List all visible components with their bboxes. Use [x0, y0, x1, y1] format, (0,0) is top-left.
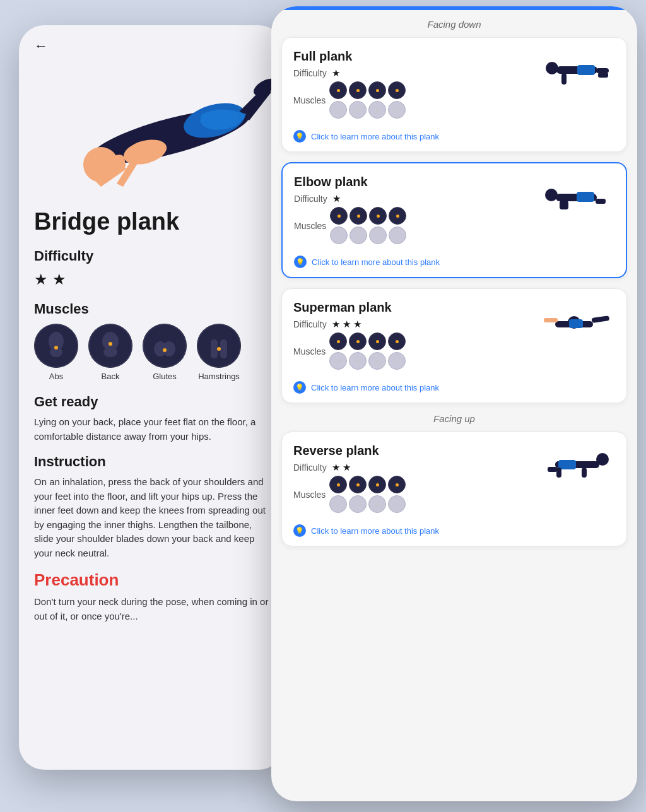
- muscle-back-circle: [88, 324, 132, 368]
- svg-rect-36: [544, 318, 558, 322]
- difficulty-stars: ★ ★: [34, 271, 269, 288]
- right-phone: Facing down Full plank Difficulty ★ Musc…: [271, 6, 637, 801]
- superman-plank-title: Superman plank: [293, 300, 539, 315]
- exercise-title: Bridge plank: [34, 208, 269, 235]
- get-ready-heading: Get ready: [34, 394, 269, 410]
- mini-muscle-2: [349, 81, 367, 99]
- mini-muscle-e8: [389, 227, 406, 244]
- category-facing-down: Facing down: [271, 19, 637, 30]
- elbow-plank-muscles-row: Muscles: [294, 207, 539, 244]
- muscle-abs-circle: [34, 324, 78, 368]
- precaution-heading: Precaution: [34, 570, 269, 590]
- muscle-hamstrings-circle: [197, 324, 241, 368]
- full-plank-learn-more-text[interactable]: Click to learn more about this plank: [311, 132, 439, 141]
- card-left-full-plank: Full plank Difficulty ★ Muscles: [293, 49, 539, 119]
- full-plank-difficulty-label: Difficulty: [293, 68, 327, 78]
- mini-muscle-r2: [349, 476, 367, 493]
- svg-rect-27: [598, 73, 608, 78]
- svg-rect-24: [577, 65, 595, 75]
- elbow-plank-learn-more[interactable]: 💡 Click to learn more about this plank: [294, 250, 614, 268]
- mini-muscle-r5: [329, 495, 347, 513]
- reverse-plank-stars: ★ ★: [332, 462, 351, 473]
- reverse-plank-title: Reverse plank: [293, 444, 539, 458]
- reverse-plank-difficulty-label: Difficulty: [293, 462, 327, 473]
- elbow-plank-learn-more-text[interactable]: Click to learn more about this plank: [312, 257, 440, 267]
- bulb-icon-full-plank: 💡: [293, 130, 306, 143]
- reverse-plank-learn-more-text[interactable]: Click to learn more about this plank: [311, 526, 439, 536]
- mini-muscle-s8: [388, 352, 406, 370]
- elbow-plank-svg: [542, 175, 611, 219]
- muscles-heading: Muscles: [34, 301, 269, 317]
- reverse-plank-learn-more[interactable]: 💡 Click to learn more about this plank: [293, 519, 615, 537]
- svg-rect-31: [560, 201, 568, 209]
- reverse-plank-card[interactable]: Reverse plank Difficulty ★ ★ Muscles: [281, 432, 627, 546]
- elbow-plank-difficulty-row: Difficulty ★: [294, 193, 539, 204]
- svg-rect-40: [558, 460, 576, 469]
- svg-point-12: [103, 347, 117, 357]
- full-plank-card[interactable]: Full plank Difficulty ★ Muscles: [281, 37, 627, 152]
- mini-muscle-e3: [369, 207, 387, 225]
- muscle-glutes-label: Glutes: [153, 372, 177, 381]
- full-plank-learn-more[interactable]: 💡 Click to learn more about this plank: [293, 125, 615, 143]
- svg-rect-32: [596, 199, 606, 204]
- muscle-abs-label: Abs: [49, 372, 63, 381]
- mini-muscle-s7: [368, 352, 386, 370]
- category-facing-up: Facing up: [271, 413, 637, 424]
- reverse-plank-difficulty-row: Difficulty ★ ★: [293, 462, 539, 473]
- muscle-hamstrings: Hamstrings: [197, 324, 241, 381]
- reverse-plank-svg: [543, 444, 612, 488]
- full-plank-stars: ★: [332, 68, 340, 79]
- card-header-elbow-plank: Elbow plank Difficulty ★ Muscles: [294, 175, 614, 244]
- mini-muscle-e4: [389, 207, 406, 225]
- mini-muscle-r4: [388, 476, 406, 493]
- difficulty-heading: Difficulty: [34, 248, 269, 264]
- svg-point-28: [545, 189, 558, 201]
- elbow-plank-title: Elbow plank: [294, 175, 539, 189]
- svg-rect-37: [591, 315, 609, 323]
- card-header-reverse-plank: Reverse plank Difficulty ★ ★ Muscles: [293, 444, 615, 513]
- reverse-plank-figure: [539, 444, 615, 488]
- reverse-plank-muscles-row: Muscles: [293, 476, 539, 513]
- svg-point-13: [109, 342, 112, 346]
- superman-plank-difficulty-row: Difficulty ★ ★ ★: [293, 319, 539, 330]
- card-header-superman-plank: Superman plank Difficulty ★ ★ ★ Muscles: [293, 300, 615, 370]
- mini-muscle-r6: [349, 495, 367, 513]
- bulb-icon-superman-plank: 💡: [293, 381, 306, 394]
- muscles-grid: Abs Back: [34, 324, 269, 381]
- muscle-back-label: Back: [102, 372, 120, 381]
- left-phone: ←: [19, 25, 284, 770]
- full-plank-difficulty-row: Difficulty ★: [293, 68, 539, 79]
- left-phone-content: ←: [19, 25, 284, 770]
- reverse-plank-muscles-icons: [329, 476, 406, 513]
- superman-plank-muscles-row: Muscles: [293, 332, 539, 370]
- superman-plank-learn-more[interactable]: 💡 Click to learn more about this plank: [293, 376, 615, 394]
- bulb-icon-reverse-plank: 💡: [293, 524, 306, 537]
- superman-plank-muscles-label: Muscles: [293, 346, 326, 356]
- elbow-plank-muscles-label: Muscles: [294, 221, 326, 231]
- svg-point-18: [197, 324, 240, 367]
- mini-muscle-4: [388, 81, 406, 99]
- svg-rect-19: [211, 339, 218, 358]
- precaution-text: Don't turn your neck during the pose, wh…: [34, 595, 269, 623]
- superman-plank-learn-more-text[interactable]: Click to learn more about this plank: [311, 383, 439, 392]
- mini-muscle-e7: [369, 227, 387, 244]
- card-left-reverse-plank: Reverse plank Difficulty ★ ★ Muscles: [293, 444, 539, 513]
- svg-rect-20: [220, 339, 227, 358]
- back-button[interactable]: ←: [34, 38, 48, 54]
- mini-muscle-e6: [349, 227, 367, 244]
- svg-point-9: [54, 346, 58, 350]
- mini-muscle-r7: [368, 495, 386, 513]
- muscle-abs: Abs: [34, 324, 78, 381]
- muscle-back: Back: [88, 324, 132, 381]
- instruction-heading: Instruction: [34, 454, 269, 470]
- mini-muscle-6: [349, 101, 367, 119]
- exercise-image: [19, 54, 284, 193]
- mini-muscle-r3: [368, 476, 386, 493]
- superman-plank-card[interactable]: Superman plank Difficulty ★ ★ ★ Muscles: [281, 288, 627, 403]
- muscle-glutes: Glutes: [143, 324, 187, 381]
- card-left-elbow-plank: Elbow plank Difficulty ★ Muscles: [294, 175, 539, 244]
- mini-muscle-s1: [329, 332, 347, 350]
- muscle-glutes-circle: [143, 324, 187, 368]
- full-plank-svg: [543, 49, 612, 93]
- elbow-plank-card[interactable]: Elbow plank Difficulty ★ Muscles: [281, 162, 627, 278]
